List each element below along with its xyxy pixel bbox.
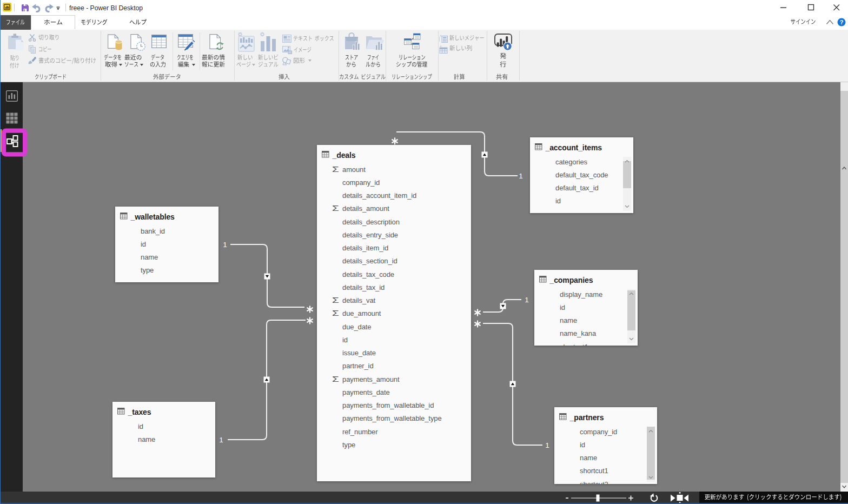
svg-text:1: 1 [525, 296, 529, 304]
svg-text:1: 1 [223, 241, 227, 249]
svg-text:1: 1 [545, 441, 549, 449]
svg-text:1: 1 [519, 172, 523, 180]
svg-text:1: 1 [219, 436, 223, 444]
